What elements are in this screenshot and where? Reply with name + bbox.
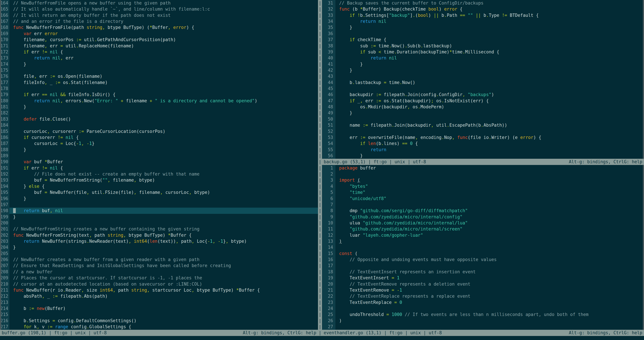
code-line[interactable]: 187 cursorLoc = Loc{-1, -1} — [0, 140, 318, 146]
code-line[interactable]: 193 buf = NewBufferFromString("", filena… — [0, 177, 318, 183]
code-line[interactable]: 3import ( — [322, 177, 644, 183]
code-line[interactable]: 9 "github.com/zyedidia/micro/internal/co… — [322, 214, 644, 220]
code-line[interactable]: 165// It will also automatically handle … — [0, 6, 318, 12]
code-line[interactable]: 198 return buf, nil — [0, 208, 318, 214]
code-line[interactable]: 52 — [322, 128, 644, 134]
code-line[interactable]: 15const ( — [322, 250, 644, 257]
code-line[interactable]: 13) — [322, 238, 644, 244]
code-line[interactable]: 55 return — [322, 147, 644, 153]
code-line[interactable]: 173 return nil, err — [0, 55, 318, 61]
code-line[interactable]: 182 — [0, 110, 318, 116]
code-line[interactable]: 26) — [322, 318, 644, 324]
code-line[interactable]: 22 // TextEventReplace represents a repl… — [322, 293, 644, 299]
code-line[interactable]: 10 ulua "github.com/zyedidia/micro/inter… — [322, 220, 644, 226]
code-area-backup-go[interactable]: 31// Backup saves the current buffer to … — [322, 0, 644, 159]
code-line[interactable]: 54 if len(b.lines) == 0 { — [322, 140, 644, 146]
code-line[interactable]: 32func (b *Buffer) Backup(checkTime bool… — [322, 6, 644, 12]
code-line[interactable]: 171 filename, err = util.ReplaceHome(fil… — [0, 43, 318, 49]
code-line[interactable]: 213 — [0, 299, 318, 305]
code-line[interactable]: 209// Places the cursor at startcursor. … — [0, 275, 318, 281]
code-line[interactable]: 37 if checkTime { — [322, 37, 644, 43]
code-line[interactable]: 27 — [322, 324, 644, 330]
code-line[interactable]: 12 luar "layeh.com/gopher-luar" — [322, 232, 644, 238]
code-line[interactable]: 186 if cursorerr != nil { — [0, 134, 318, 140]
code-line[interactable]: 192 // File does not exist -- create an … — [0, 171, 318, 177]
code-line[interactable]: 214 b := new(Buffer) — [0, 305, 318, 311]
code-line[interactable]: 206// NewBuffer creates a new buffer fro… — [0, 257, 318, 263]
code-line[interactable]: 188 } — [0, 147, 318, 153]
code-line[interactable]: 199} — [0, 214, 318, 220]
code-line[interactable]: 18 // TextEventInsert represents an inse… — [322, 269, 644, 275]
code-line[interactable]: 212 absPath, _ := filepath.Abs(path) — [0, 293, 318, 299]
code-line[interactable]: 14 — [322, 244, 644, 250]
code-line[interactable]: 56 } — [322, 153, 644, 159]
code-line[interactable]: 11 "github.com/zyedidia/micro/internal/s… — [322, 226, 644, 232]
code-line[interactable]: 43 — [322, 73, 644, 79]
code-line[interactable]: 215 — [0, 311, 318, 317]
code-line[interactable]: 167// and an error if the file is a dire… — [0, 18, 318, 24]
code-line[interactable]: 5 "time" — [322, 189, 644, 195]
code-line[interactable]: 45 — [322, 86, 644, 92]
code-line[interactable]: 1package buffer — [322, 165, 644, 171]
code-line[interactable]: 216 b.Settings = config.DefaultCommonSet… — [0, 318, 318, 324]
code-line[interactable]: 19 TextEventInsert = 1 — [322, 275, 644, 281]
code-line[interactable]: 204} — [0, 244, 318, 250]
code-line[interactable]: 175 — [0, 67, 318, 73]
code-line[interactable]: 170 filename, cursorPos := util.GetPathA… — [0, 37, 318, 43]
code-line[interactable]: 33 if !b.Settings["backup"].(bool) || b.… — [322, 12, 644, 18]
code-line[interactable]: 46 backupdir := filepath.Join(config.Con… — [322, 92, 644, 98]
code-line[interactable]: 49 } — [322, 110, 644, 116]
code-line[interactable]: 4 "bytes" — [322, 183, 644, 189]
code-line[interactable]: 191 if err != nil { — [0, 165, 318, 171]
code-line[interactable]: 177 fileInfo, _ := os.Stat(filename) — [0, 79, 318, 86]
code-line[interactable]: 205 — [0, 250, 318, 257]
code-line[interactable]: 20 // TextEventRemove represents a delet… — [322, 281, 644, 287]
code-line[interactable]: 172 if err != nil { — [0, 49, 318, 55]
code-line[interactable]: 196 } — [0, 196, 318, 202]
code-line[interactable]: 181 } — [0, 104, 318, 110]
code-line[interactable]: 25 undoThreshold = 1000 // If two events… — [322, 311, 644, 317]
code-line[interactable]: 35 } — [322, 24, 644, 30]
code-line[interactable]: 44 b.lastbackup = time.Now() — [322, 79, 644, 86]
code-line[interactable]: 51 name := filepath.Join(backupdir, util… — [322, 122, 644, 128]
code-line[interactable]: 39 if sub < time.Duration(backupTime)*ti… — [322, 49, 644, 55]
code-line[interactable]: 176 file, err := os.Open(filename) — [0, 73, 318, 79]
code-line[interactable]: 38 sub := time.Now().Sub(b.lastbackup) — [322, 43, 644, 49]
code-line[interactable]: 189 — [0, 153, 318, 159]
code-line[interactable]: 190 var buf *Buffer — [0, 159, 318, 165]
code-line[interactable]: 183 defer file.Close() — [0, 116, 318, 122]
code-line[interactable]: 41 } — [322, 61, 644, 67]
code-line[interactable]: 211func NewBuffer(r io.Reader, size int6… — [0, 287, 318, 293]
code-line[interactable]: 179 if err == nil && fileInfo.IsDir() { — [0, 92, 318, 98]
code-line[interactable]: 201// NewBufferFromString creates a new … — [0, 226, 318, 232]
code-line[interactable]: 53 err := overwriteFile(name, encoding.N… — [322, 134, 644, 140]
code-line[interactable]: 178 — [0, 86, 318, 92]
code-line[interactable]: 207// Ensure that ReadSettings and InitG… — [0, 263, 318, 269]
code-line[interactable]: 194 } else { — [0, 183, 318, 189]
code-line[interactable]: 166// It will return an empty buffer if … — [0, 12, 318, 18]
split-divider[interactable]: ||||||||||||||||||||||||||||||||||||||||… — [318, 0, 322, 336]
code-line[interactable]: 50 — [322, 116, 644, 122]
code-line[interactable]: 47 if _, err := os.Stat(backupdir); os.I… — [322, 98, 644, 104]
code-line[interactable]: 180 return nil, errors.New("Error: " + f… — [0, 98, 318, 104]
code-line[interactable]: 16 // Opposite and undoing events must h… — [322, 257, 644, 263]
code-line[interactable]: 36 — [322, 31, 644, 37]
code-line[interactable]: 197 — [0, 202, 318, 208]
code-line[interactable]: 40 return nil — [322, 55, 644, 61]
code-line[interactable]: 42 } — [322, 67, 644, 73]
code-line[interactable]: 6 "unicode/utf8" — [322, 196, 644, 202]
code-line[interactable]: 174 } — [0, 61, 318, 67]
code-line[interactable]: 23 TextEventReplace = 0 — [322, 299, 644, 305]
code-area-eventhandler-go[interactable]: 1package buffer23import (4 "bytes"5 "tim… — [322, 165, 644, 330]
code-line[interactable]: 185 cursorLoc, cursorerr := ParseCursorL… — [0, 128, 318, 134]
code-line[interactable]: 164// NewBufferFromFile opens a new buff… — [0, 0, 318, 6]
code-line[interactable]: 208// a new buffer — [0, 269, 318, 275]
code-line[interactable]: 2 — [322, 171, 644, 177]
code-line[interactable]: 203 return NewBuffer(strings.NewReader(t… — [0, 238, 318, 244]
code-line[interactable]: 184 — [0, 122, 318, 128]
code-line[interactable]: 195 buf = NewBuffer(file, util.FSize(fil… — [0, 189, 318, 195]
code-area-buffer-go[interactable]: 164// NewBufferFromFile opens a new buff… — [0, 0, 318, 330]
code-line[interactable]: 17 — [322, 263, 644, 269]
command-bar[interactable] — [0, 336, 644, 340]
code-line[interactable]: 8 dmp "github.com/sergi/go-diff/diffmatc… — [322, 208, 644, 214]
